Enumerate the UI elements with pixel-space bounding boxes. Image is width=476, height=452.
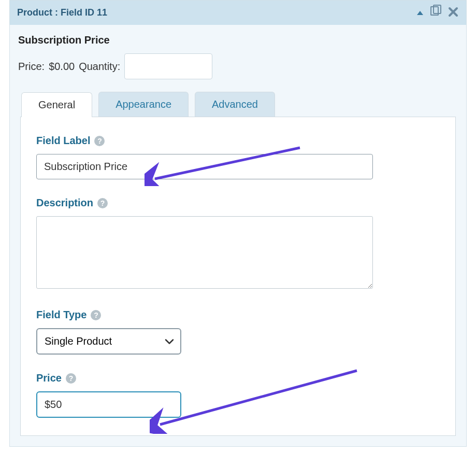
field-group-price: Price ?	[36, 372, 440, 418]
field-label-input[interactable]	[36, 154, 373, 179]
field-group-type: Field Type ?	[36, 309, 440, 355]
svg-marker-0	[417, 11, 423, 15]
field-type-heading: Field Type ?	[36, 309, 440, 321]
section-title: Subscription Price	[10, 25, 466, 50]
field-label-text: Field Label	[36, 135, 90, 147]
tab-general[interactable]: General	[21, 92, 92, 117]
field-group-label: Field Label ?	[36, 135, 440, 179]
price-quantity-row: Price: $0.00 Quantity:	[10, 50, 466, 92]
tab-body-general: Field Label ? Description ? Field Type ?	[20, 117, 456, 436]
description-heading: Description ?	[36, 197, 440, 209]
quantity-input[interactable]	[124, 53, 212, 79]
price-label: Price:	[18, 61, 45, 73]
field-type-select[interactable]	[36, 328, 181, 355]
panel-title: Product : Field ID 11	[17, 7, 107, 18]
description-textarea[interactable]	[36, 216, 373, 289]
description-text: Description	[36, 197, 93, 209]
quantity-label: Quantity:	[79, 61, 120, 73]
collapse-icon[interactable]	[416, 7, 424, 18]
price-text: Price	[36, 372, 62, 384]
price-value: $0.00	[49, 61, 75, 73]
panel-header: Product : Field ID 11	[10, 1, 466, 25]
field-settings-panel: Product : Field ID 11 Subscription Price	[9, 0, 467, 447]
duplicate-icon[interactable]	[429, 5, 442, 21]
help-icon[interactable]: ?	[91, 310, 101, 320]
help-icon[interactable]: ?	[94, 136, 105, 146]
tab-advanced[interactable]: Advanced	[195, 92, 275, 117]
field-type-select-wrap	[36, 328, 181, 355]
field-type-text: Field Type	[36, 309, 86, 321]
help-icon[interactable]: ?	[97, 198, 108, 208]
help-icon[interactable]: ?	[66, 373, 76, 384]
panel-actions	[416, 5, 459, 21]
close-icon[interactable]	[448, 6, 459, 20]
price-input[interactable]	[36, 391, 181, 418]
field-label-heading: Field Label ?	[36, 135, 440, 147]
tabs-bar: General Appearance Advanced	[10, 92, 466, 117]
price-heading: Price ?	[36, 372, 440, 384]
field-group-description: Description ?	[36, 197, 440, 291]
tab-appearance[interactable]: Appearance	[98, 92, 189, 117]
